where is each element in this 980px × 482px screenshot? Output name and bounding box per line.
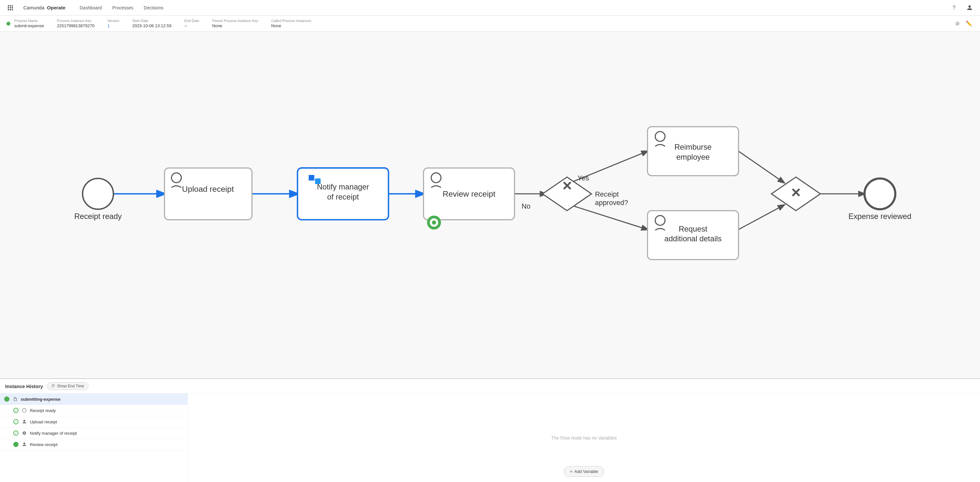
check-circle-icon: ✓ xyxy=(13,419,19,424)
brand-name: Camunda xyxy=(23,5,45,10)
list-item[interactable]: ✓ Receipt ready xyxy=(0,405,188,416)
svg-text:Request: Request xyxy=(679,225,708,233)
no-variables-text: The Flow Node has no Variables xyxy=(551,435,617,441)
row-status-active xyxy=(4,396,10,402)
start-date-label: Start Date xyxy=(132,19,172,23)
row-label: Review receipt xyxy=(30,442,57,447)
variables-panel: The Flow Node has no Variables + Add Var… xyxy=(188,393,980,482)
gear-icon xyxy=(21,430,27,436)
green-circle-icon xyxy=(13,442,19,447)
parent-key-item: Parent Process Instance Key None xyxy=(212,19,258,28)
main-content: Receipt ready Upload receipt Notify mana… xyxy=(0,32,980,482)
topnav-right: ? xyxy=(949,3,975,13)
called-instances-label: Called Process Instances xyxy=(271,19,312,23)
topnav-links: Dashboard Processes Decisions xyxy=(76,3,167,12)
called-instances-value: None xyxy=(271,23,312,28)
row-label: Receipt ready xyxy=(30,408,56,413)
process-status-dot xyxy=(6,22,10,25)
svg-rect-15 xyxy=(309,175,314,181)
svg-text:✕: ✕ xyxy=(562,179,572,193)
bpmn-diagram: Receipt ready Upload receipt Notify mana… xyxy=(0,32,980,378)
process-name-value: submit-expense xyxy=(14,23,44,28)
help-icon[interactable]: ? xyxy=(949,3,959,13)
svg-text:of receipt: of receipt xyxy=(327,192,359,201)
row-label: Upload receipt xyxy=(30,420,57,424)
svg-text:Review receipt: Review receipt xyxy=(443,190,495,198)
edit-icon[interactable]: ✏️ xyxy=(964,19,974,28)
topnav: Camunda Operate Dashboard Processes Deci… xyxy=(0,0,980,16)
svg-text:Receipt ready: Receipt ready xyxy=(74,212,122,220)
instance-key-item: Process Instance Key 2251799813879270 xyxy=(57,19,95,28)
instance-key-label: Process Instance Key xyxy=(57,19,95,23)
svg-text:employee: employee xyxy=(676,152,710,161)
svg-line-5 xyxy=(570,205,648,230)
row-status-completed: ✓ xyxy=(13,430,19,436)
end-date-item: End Date -- xyxy=(185,19,199,28)
start-date-value: 2023-10-06 13:12:59 xyxy=(132,23,172,28)
list-item[interactable]: Review receipt xyxy=(0,439,188,450)
svg-point-9 xyxy=(83,179,113,209)
svg-text:Expense reviewed: Expense reviewed xyxy=(848,212,911,220)
info-bar-left: Process Name submit-expense xyxy=(6,19,44,28)
row-label: submitting-expense xyxy=(21,397,60,402)
bottom-panel-body: submitting-expense ✓ Receipt ready ✓ xyxy=(0,393,980,482)
clock-icon: ⏱ xyxy=(51,384,55,388)
end-date-value: -- xyxy=(185,23,199,28)
svg-text:Upload receipt: Upload receipt xyxy=(182,185,234,193)
check-circle-icon: ✓ xyxy=(13,431,19,436)
parent-key-value: None xyxy=(212,23,258,28)
process-name-item: Process Name submit-expense xyxy=(14,19,44,28)
brand: Camunda Operate xyxy=(23,5,65,10)
user-icon[interactable] xyxy=(964,3,975,13)
panel-title: Instance History xyxy=(5,384,43,389)
person-icon xyxy=(21,419,27,425)
history-list: submitting-expense ✓ Receipt ready ✓ xyxy=(0,393,188,482)
svg-text:approved?: approved? xyxy=(595,198,628,207)
svg-text:additional details: additional details xyxy=(664,234,722,243)
brand-operate: Operate xyxy=(47,5,65,10)
svg-rect-11 xyxy=(165,168,252,220)
circle-icon xyxy=(21,407,27,413)
nav-dashboard[interactable]: Dashboard xyxy=(76,3,106,12)
svg-text:Yes: Yes xyxy=(578,174,589,182)
svg-text:✕: ✕ xyxy=(791,186,801,200)
called-instances-item: Called Process Instances None xyxy=(271,19,312,28)
green-circle-icon xyxy=(4,396,10,402)
add-variable-button[interactable]: + Add Variable xyxy=(563,466,604,477)
end-date-label: End Date xyxy=(185,19,199,23)
row-status-completed: ✓ xyxy=(13,419,19,425)
nav-processes[interactable]: Processes xyxy=(108,3,137,12)
version-label: Version xyxy=(107,19,119,23)
nav-decisions[interactable]: Decisions xyxy=(140,3,167,12)
row-label: Notify manager of receipt xyxy=(30,431,77,436)
svg-point-43 xyxy=(22,409,26,412)
info-bar: Process Name submit-expense Process Inst… xyxy=(0,16,980,32)
show-end-time-label: Show End Time xyxy=(57,384,84,388)
list-item[interactable]: ✓ Upload receipt xyxy=(0,416,188,428)
process-name-label: Process Name xyxy=(14,19,44,23)
person-icon xyxy=(21,441,27,447)
plus-icon: + xyxy=(570,469,572,474)
file-icon xyxy=(12,396,18,402)
bottom-panel: Instance History ⏱ Show End Time submitt… xyxy=(0,378,980,482)
list-item[interactable]: submitting-expense xyxy=(0,393,188,405)
info-bar-actions: ⊘ ✏️ xyxy=(953,19,974,28)
list-item[interactable]: ✓ Notify manager of receipt xyxy=(0,428,188,439)
bottom-panel-header: Instance History ⏱ Show End Time xyxy=(0,379,980,393)
svg-text:Notify manager: Notify manager xyxy=(317,182,369,191)
svg-line-6 xyxy=(738,151,784,183)
show-end-time-button[interactable]: ⏱ Show End Time xyxy=(47,382,89,390)
diagram-area[interactable]: Receipt ready Upload receipt Notify mana… xyxy=(0,32,980,378)
apps-icon[interactable] xyxy=(5,3,16,13)
svg-text:Receipt: Receipt xyxy=(595,190,619,198)
svg-line-7 xyxy=(738,205,784,230)
version-link[interactable]: 1 xyxy=(107,23,110,28)
row-status-completed: ✓ xyxy=(13,407,19,413)
version-value: 1 xyxy=(107,23,119,28)
cancel-icon[interactable]: ⊘ xyxy=(953,19,962,28)
svg-point-41 xyxy=(865,179,896,209)
svg-text:Reimburse: Reimburse xyxy=(675,143,712,151)
add-variable-label: Add Variable xyxy=(574,469,598,474)
svg-text:No: No xyxy=(522,202,530,210)
check-circle-icon: ✓ xyxy=(13,408,19,413)
